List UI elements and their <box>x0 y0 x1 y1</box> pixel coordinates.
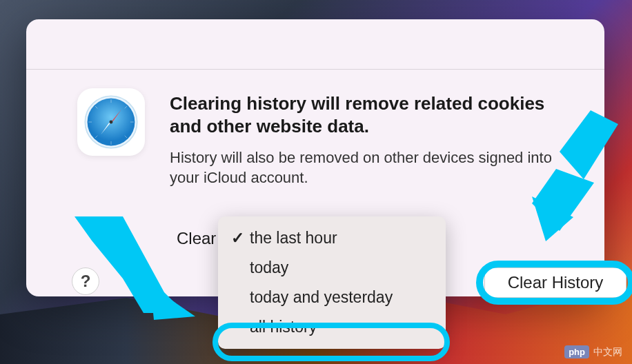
watermark-text: 中文网 <box>593 346 622 358</box>
clear-history-button-label: Clear History <box>508 273 604 292</box>
dialog-content: Clearing history will remove related coo… <box>77 88 573 204</box>
safari-icon <box>83 94 139 150</box>
app-icon-wrap <box>77 88 145 156</box>
dialog-divider <box>26 69 604 70</box>
menu-item-all-history[interactable]: all history <box>224 312 440 342</box>
dialog-subtitle: History will also be removed on other de… <box>170 148 573 188</box>
clear-range-label: Clear <box>177 229 216 248</box>
watermark: php 中文网 <box>564 345 622 358</box>
clear-history-button[interactable]: Clear History <box>484 267 626 298</box>
menu-item-label: today <box>250 259 433 277</box>
menu-item-last-hour[interactable]: ✓ the last hour <box>224 223 440 253</box>
clear-range-menu: ✓ the last hour today today and yesterda… <box>218 216 446 349</box>
watermark-badge: php <box>564 345 589 358</box>
svg-point-12 <box>110 121 113 124</box>
menu-item-label: today and yesterday <box>250 288 433 307</box>
menu-item-today-yesterday[interactable]: today and yesterday <box>224 283 440 312</box>
help-button[interactable]: ? <box>72 267 99 295</box>
menu-item-today[interactable]: today <box>224 253 440 283</box>
menu-item-label: all history <box>250 318 433 336</box>
menu-item-label: the last hour <box>250 229 433 247</box>
dialog-title: Clearing history will remove related coo… <box>170 92 573 137</box>
help-button-label: ? <box>81 272 91 291</box>
checkmark-icon: ✓ <box>230 229 244 247</box>
dialog-text-area: Clearing history will remove related coo… <box>170 88 573 204</box>
